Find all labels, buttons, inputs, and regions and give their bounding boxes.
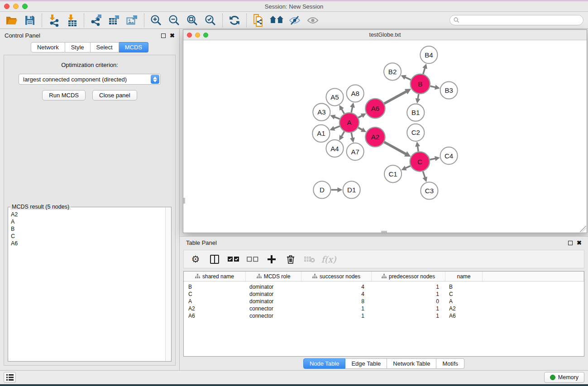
graph-edge[interactable]	[430, 158, 436, 160]
home-pair-icon[interactable]	[268, 13, 286, 28]
result-scrollbar[interactable]	[165, 207, 171, 361]
zoom-fit-icon[interactable]	[183, 13, 201, 28]
task-history-button[interactable]	[4, 372, 16, 383]
cell-shared_name: C	[184, 291, 246, 298]
table-header-row[interactable]: shared nameMCDS rolesuccessor nodesprede…	[184, 272, 584, 281]
table-settings-gear-icon[interactable]: ⚙	[189, 253, 202, 266]
tab-style[interactable]: Style	[65, 42, 91, 52]
close-panel-button[interactable]: Close panel	[92, 90, 137, 100]
window-resize-grip[interactable]	[580, 226, 586, 232]
open-session-icon[interactable]	[3, 13, 21, 28]
canvas-horizontal-scroll-nub[interactable]	[381, 231, 387, 233]
graph-edge[interactable]	[405, 166, 411, 169]
graph-node-label: A	[347, 119, 352, 126]
tab-motifs[interactable]: Motifs	[436, 358, 464, 369]
unselect-all-columns-icon[interactable]	[246, 253, 259, 266]
mcds-result-item[interactable]: B	[11, 225, 163, 233]
refresh-layout-icon[interactable]	[225, 13, 244, 28]
graph-edge[interactable]	[334, 126, 340, 129]
toolbar-separator	[144, 14, 144, 27]
table-row[interactable]: Adominator80A	[184, 298, 584, 305]
column-header-MCDS-role[interactable]: MCDS role	[246, 272, 301, 281]
main-toolbar	[0, 12, 588, 29]
cell-predecessor_nodes: 1	[372, 305, 445, 312]
cell-name: A2	[445, 305, 483, 312]
node-table[interactable]: shared nameMCDS rolesuccessor nodesprede…	[183, 271, 584, 357]
graph-edge-arrowhead	[435, 156, 440, 161]
graph-edge[interactable]	[334, 117, 340, 119]
table-row[interactable]: Cdominator41C	[184, 291, 584, 298]
delete-column-trash-icon[interactable]	[284, 253, 297, 266]
export-table-icon[interactable]	[105, 13, 123, 28]
control-panel-tabs: NetworkStyleSelectMCDS	[0, 42, 179, 52]
mcds-tab-content: Optimization criterion: largest connecte…	[4, 55, 176, 366]
graph-edge[interactable]	[423, 67, 425, 74]
optimization-criterion-select[interactable]: largest connected component (directed)	[19, 74, 161, 85]
tab-mcds[interactable]: MCDS	[119, 42, 148, 52]
table-body[interactable]: Bdominator41BCdominator41CAdominator80AA…	[184, 281, 584, 319]
canvas-vertical-scroll-nub[interactable]	[183, 198, 185, 204]
memory-button[interactable]: Memory	[544, 372, 584, 383]
graph-node-label: A5	[330, 93, 339, 101]
close-table-panel-icon[interactable]: ✖	[577, 241, 582, 245]
hide-selected-eye-icon[interactable]	[286, 13, 304, 28]
zoom-selected-icon[interactable]	[201, 13, 220, 28]
table-row[interactable]: A2connector11A2	[184, 305, 584, 312]
graph-node-label: B	[418, 80, 422, 88]
graph-edge[interactable]	[423, 172, 425, 178]
toolbar-separator	[42, 14, 42, 27]
search-input[interactable]	[449, 15, 583, 25]
mcds-result-list[interactable]: A2ABCA6	[8, 207, 165, 361]
memory-label: Memory	[558, 374, 578, 381]
zoom-in-icon[interactable]	[147, 13, 165, 28]
graph-edge[interactable]	[384, 142, 406, 154]
import-table-icon[interactable]	[63, 13, 81, 28]
save-session-icon[interactable]	[21, 13, 39, 28]
graph-edge[interactable]	[384, 91, 407, 104]
column-header-successor-nodes[interactable]: successor nodes	[301, 272, 372, 281]
export-network-icon[interactable]	[87, 13, 105, 28]
tab-node-table[interactable]: Node Table	[303, 358, 346, 369]
column-header-name[interactable]: name	[445, 272, 483, 281]
graph-node-label: A4	[330, 145, 339, 152]
tab-network-table[interactable]: Network Table	[387, 358, 436, 369]
mcds-result-item[interactable]: A2	[11, 211, 163, 218]
split-panel-icon[interactable]	[208, 253, 221, 266]
network-view-window: testGlobe.txt B4B2BB3B1A5A8A6A3AA1A4A7A2…	[183, 29, 587, 233]
graph-edge[interactable]	[351, 133, 353, 139]
graph-node-label: A8	[351, 90, 359, 97]
import-network-icon[interactable]	[45, 13, 63, 28]
run-mcds-button[interactable]: Run MCDS	[42, 90, 86, 100]
graph-edge[interactable]	[351, 106, 353, 113]
float-table-panel-icon[interactable]	[568, 241, 573, 245]
tab-select[interactable]: Select	[91, 42, 119, 52]
tab-network[interactable]: Network	[31, 42, 65, 52]
close-panel-icon[interactable]: ✖	[170, 33, 175, 38]
graph-edge-arrowhead	[350, 137, 355, 143]
zoom-out-icon[interactable]	[165, 13, 183, 28]
table-panel-title: Table Panel	[186, 239, 568, 246]
cell-name: A	[445, 298, 483, 305]
cell-successor_nodes: 1	[301, 305, 372, 312]
export-image-icon[interactable]	[123, 13, 141, 28]
control-panel: Control Panel ✖ NetworkStyleSelectMCDS O…	[0, 29, 180, 370]
mcds-result-item[interactable]: A	[11, 218, 163, 225]
mcds-result-item[interactable]: C	[11, 233, 163, 240]
cell-predecessor_nodes: 0	[372, 298, 445, 305]
column-header-shared-name[interactable]: shared name	[184, 272, 246, 281]
tab-edge-table[interactable]: Edge Table	[345, 358, 387, 369]
graph-edge[interactable]	[405, 77, 411, 80]
select-all-columns-icon[interactable]	[227, 253, 240, 266]
float-panel-icon[interactable]	[161, 33, 166, 38]
graph-edge-arrowhead	[435, 85, 440, 90]
table-row[interactable]: A6connector11A6	[184, 312, 584, 319]
network-window-titlebar[interactable]: testGlobe.txt	[183, 30, 587, 40]
application-window: Session: New Session	[0, 0, 588, 386]
add-column-icon[interactable]	[265, 253, 278, 266]
clone-network-icon[interactable]	[249, 13, 268, 28]
column-header-predecessor-nodes[interactable]: predecessor nodes	[372, 272, 445, 281]
network-canvas[interactable]: B4B2BB3B1A5A8A6A3AA1A4A7A2C2CC4C1C3DD1	[183, 40, 587, 233]
graph-edge[interactable]	[341, 132, 344, 137]
table-row[interactable]: Bdominator41B	[184, 283, 584, 291]
mcds-result-item[interactable]: A6	[11, 240, 163, 247]
